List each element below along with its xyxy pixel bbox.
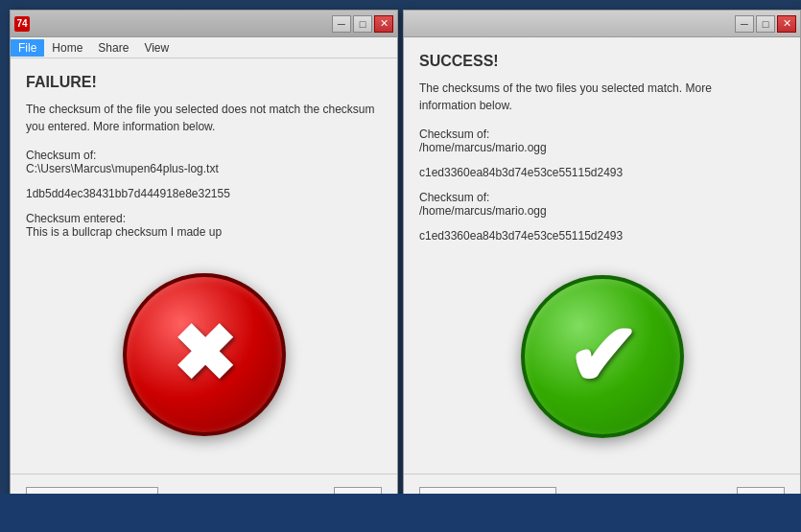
success-checksum-of-value-2: /home/marcus/mario.ogg <box>419 204 785 218</box>
success-checksum-of-label-1: Checksum of: <box>419 127 785 141</box>
failure-title-icon: 74 <box>14 16 30 32</box>
menu-file[interactable]: File <box>11 39 44 57</box>
failure-titlebar: 74 ─ □ ✕ <box>11 11 397 37</box>
success-description: The checksums of the two files you selec… <box>419 80 785 114</box>
failure-checksum-of-label: Checksum of: <box>26 149 382 162</box>
failure-title-buttons: ─ □ ✕ <box>332 15 393 33</box>
success-checksum-of-value-1: /home/marcus/mario.ogg <box>419 141 785 154</box>
failure-circle-icon: ✖ <box>123 273 286 436</box>
success-circle-icon: ✔ <box>521 275 684 438</box>
success-content: SUCCESS! The checksums of the two files … <box>404 37 800 474</box>
success-checksum-hash-1: c1ed3360ea84b3d74e53ce55115d2493 <box>419 166 785 179</box>
failure-window: 74 ─ □ ✕ File Home Share View FAILURE! T… <box>10 10 398 527</box>
menu-view[interactable]: View <box>136 39 177 57</box>
failure-description: The checksum of the file you selected do… <box>26 101 382 135</box>
menu-share[interactable]: Share <box>90 39 136 57</box>
x-mark-icon: ✖ <box>172 316 236 393</box>
failure-minimize-button[interactable]: ─ <box>332 15 351 33</box>
failure-menubar: File Home Share View <box>11 37 397 58</box>
success-checksum-of-label-2: Checksum of: <box>419 191 785 204</box>
taskbar <box>0 494 801 532</box>
success-status-title: SUCCESS! <box>419 53 785 70</box>
success-minimize-button[interactable]: ─ <box>735 15 754 33</box>
success-close-button[interactable]: ✕ <box>777 15 796 33</box>
failure-checksum-hash: 1db5dd4ec38431bb7d444918e8e32155 <box>26 187 382 200</box>
success-icon-area: ✔ <box>419 254 785 458</box>
success-checksum-hash-2: c1ed3360ea84b3d74e53ce55115d2493 <box>419 229 785 243</box>
success-window: ─ □ ✕ SUCCESS! The checksums of the two … <box>403 10 801 527</box>
failure-status-title: FAILURE! <box>26 74 382 91</box>
success-titlebar: ─ □ ✕ <box>404 11 800 37</box>
failure-restore-button[interactable]: □ <box>353 15 372 33</box>
failure-checksum-entered-value: This is a bullcrap checksum I made up <box>26 225 382 239</box>
check-mark-icon: ✔ <box>566 313 638 400</box>
failure-checksum-of-value: C:\Users\Marcus\mupen64plus-log.txt <box>26 162 382 175</box>
success-title-buttons: ─ □ ✕ <box>735 15 796 33</box>
failure-checksum-entered-label: Checksum entered: <box>26 212 382 225</box>
success-restore-button[interactable]: □ <box>756 15 775 33</box>
failure-content: FAILURE! The checksum of the file you se… <box>11 58 397 474</box>
failure-icon-area: ✖ <box>26 250 382 458</box>
failure-close-button[interactable]: ✕ <box>374 15 393 33</box>
menu-home[interactable]: Home <box>44 39 90 57</box>
